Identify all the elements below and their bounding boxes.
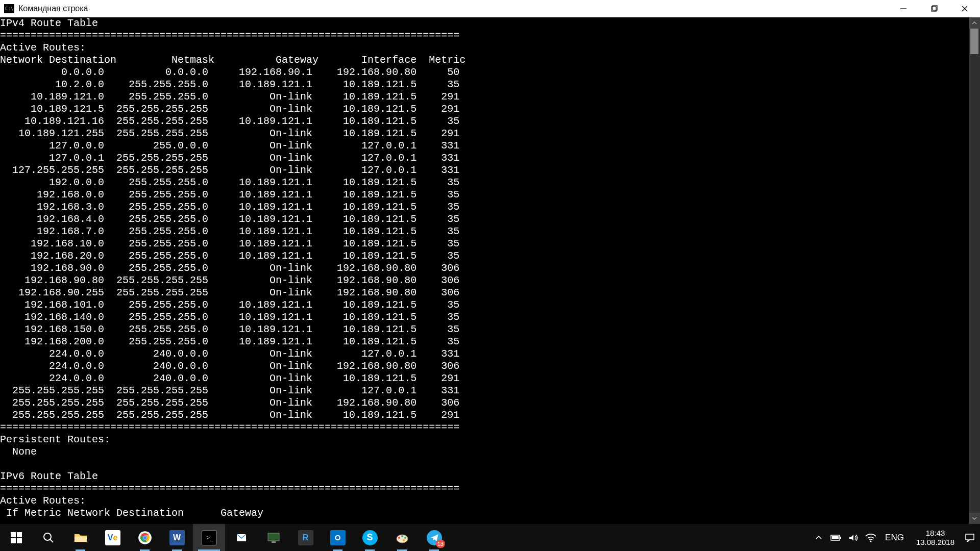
svg-rect-28 xyxy=(966,534,974,540)
vertical-scrollbar[interactable] xyxy=(969,17,980,524)
mail-icon xyxy=(234,530,249,545)
wifi-icon[interactable] xyxy=(865,532,877,544)
paint-taskbar[interactable] xyxy=(386,524,418,551)
svg-point-20 xyxy=(398,537,400,539)
svg-rect-25 xyxy=(840,537,841,539)
close-button[interactable] xyxy=(949,0,980,17)
console-output[interactable]: IPv4 Route Table =======================… xyxy=(0,17,980,524)
svg-rect-17 xyxy=(268,533,279,541)
svg-rect-2 xyxy=(933,6,937,10)
window-title: Командная строка xyxy=(18,4,888,13)
folder-icon xyxy=(73,530,88,545)
start-button[interactable] xyxy=(0,524,32,551)
minimize-button[interactable] xyxy=(888,0,919,17)
svg-point-9 xyxy=(44,533,51,540)
svg-rect-8 xyxy=(17,538,22,543)
svg-line-10 xyxy=(50,539,53,542)
action-center-icon[interactable] xyxy=(964,532,976,544)
svg-rect-1 xyxy=(932,7,936,11)
clock-time: 18:43 xyxy=(916,529,954,538)
telegram-badge: 13 xyxy=(436,540,445,548)
chrome-taskbar[interactable] xyxy=(129,524,161,551)
svg-point-15 xyxy=(143,536,146,539)
svg-point-23 xyxy=(403,539,405,541)
svg-point-22 xyxy=(404,537,406,539)
svg-rect-26 xyxy=(832,536,839,539)
scroll-down-button[interactable] xyxy=(969,513,980,524)
battery-icon[interactable] xyxy=(830,532,842,544)
svg-point-27 xyxy=(870,540,872,542)
vnc-icon: Ve xyxy=(105,530,120,545)
device-manager-taskbar[interactable] xyxy=(257,524,289,551)
scrollbar-thumb[interactable] xyxy=(970,29,978,54)
word-icon: W xyxy=(169,530,185,545)
clock[interactable]: 18:43 13.08.2018 xyxy=(912,529,959,547)
svg-rect-11 xyxy=(75,537,87,542)
search-button[interactable] xyxy=(32,524,64,551)
telegram-taskbar[interactable]: 13 xyxy=(418,524,450,551)
tray-overflow-button[interactable] xyxy=(813,532,825,544)
scroll-up-button[interactable] xyxy=(969,17,980,29)
window-titlebar: C:\. Командная строка xyxy=(0,0,980,17)
mail-taskbar[interactable] xyxy=(225,524,257,551)
outlook-taskbar[interactable]: O xyxy=(322,524,354,551)
chrome-icon xyxy=(137,530,153,545)
revit-taskbar[interactable]: R xyxy=(289,524,322,551)
svg-rect-6 xyxy=(17,532,22,537)
skype-taskbar[interactable]: S xyxy=(354,524,386,551)
revit-icon: R xyxy=(298,530,313,545)
vnc-taskbar[interactable]: Ve xyxy=(96,524,129,551)
skype-icon: S xyxy=(362,530,378,545)
clock-date: 13.08.2018 xyxy=(916,538,954,547)
maximize-button[interactable] xyxy=(919,0,949,17)
cmd-taskbar-icon: >_ xyxy=(202,530,217,545)
paint-icon xyxy=(395,530,410,545)
svg-rect-5 xyxy=(11,532,16,537)
svg-point-21 xyxy=(401,535,403,537)
language-indicator[interactable]: ENG xyxy=(882,533,907,543)
outlook-icon: O xyxy=(330,530,346,545)
svg-rect-7 xyxy=(11,538,16,543)
cmd-icon: C:\. xyxy=(4,4,14,13)
svg-rect-18 xyxy=(272,541,276,543)
file-explorer-taskbar[interactable] xyxy=(64,524,96,551)
volume-icon[interactable] xyxy=(847,532,860,544)
cmd-taskbar[interactable]: >_ xyxy=(193,524,225,551)
taskbar: Ve W >_ R xyxy=(0,524,980,551)
monitor-icon xyxy=(266,530,281,545)
word-taskbar[interactable]: W xyxy=(161,524,193,551)
